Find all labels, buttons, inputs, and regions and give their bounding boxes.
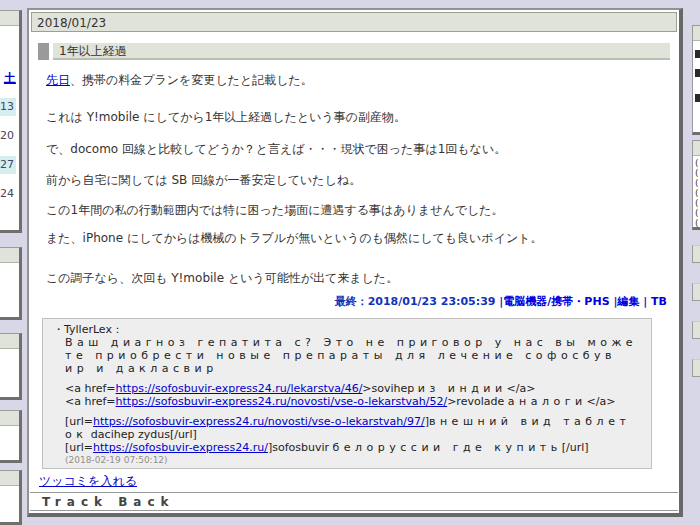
comment-link-line: [url=https://sofosbuvir-express24.ru/]so… bbox=[65, 441, 645, 454]
comment-text-fragment: [/url] bbox=[562, 441, 589, 454]
edit-link[interactable]: 編集 bbox=[617, 295, 639, 308]
clipped-text-fragment bbox=[695, 50, 700, 58]
sidebar-widget-header bbox=[0, 411, 19, 426]
calendar-day-header-link[interactable]: 土 bbox=[4, 70, 16, 87]
title-bullet-square bbox=[38, 43, 49, 60]
add-comment-row: ツッコミを入れる bbox=[39, 475, 679, 488]
comment-text-fragment: из индии bbox=[418, 382, 507, 395]
entry-paragraph: この調子なら、次回も Y!mobile という可能性が出て来ました。 bbox=[46, 271, 679, 285]
sidebar-collapsed-widget bbox=[692, 245, 700, 263]
sidebar-widget bbox=[0, 410, 22, 463]
senjitsu-link[interactable]: 先日 bbox=[46, 73, 70, 87]
calendar-date-27[interactable]: 27 bbox=[0, 156, 16, 174]
entry-paragraph: 先日、携帯の料金プランを変更したと記載した。 bbox=[46, 73, 679, 87]
comment-author-line: ・TyllerLex： bbox=[53, 324, 645, 336]
clipped-list-item: ( bbox=[695, 178, 700, 188]
comment-author: TyllerLex： bbox=[64, 323, 123, 336]
meta-separator: | bbox=[639, 295, 651, 308]
comment-body: Ваш диагноз гепатита с? Это не приговор … bbox=[65, 336, 645, 454]
calendar-date-13[interactable]: 13 bbox=[0, 98, 16, 116]
category-link[interactable]: 電脳機器/携帯・PHS bbox=[503, 295, 609, 308]
sidebar-widget bbox=[0, 470, 22, 525]
sidebar-collapsed-widget bbox=[692, 321, 700, 339]
comment-text-line: ир и дакласвир bbox=[65, 362, 645, 375]
comment-text-fragment: </a> bbox=[587, 395, 616, 408]
sidebar-widget-header bbox=[0, 248, 19, 263]
entry-paragraph-text: 、携帯の料金プランを変更したと記載した。 bbox=[70, 73, 313, 87]
calendar-saturday-column: 土 13 20 27 24 bbox=[0, 26, 19, 203]
comment-text-fragment: dacihep zydus[/url] bbox=[87, 428, 196, 441]
entry-meta-line: 最終：2018/01/23 23:05:39 |電脳機器/携帯・PHS |編集 … bbox=[29, 294, 667, 309]
comment-timestamp: (2018-02-19 07:50:12) bbox=[65, 455, 645, 465]
spam-url-link[interactable]: https://sofosbuvir-express24.ru/novosti/… bbox=[93, 415, 425, 428]
clipped-text-fragment bbox=[695, 94, 700, 102]
comment-text-fragment: [url= bbox=[65, 441, 93, 454]
clipped-list-item: ( bbox=[695, 188, 700, 198]
sidebar-widget bbox=[0, 247, 22, 320]
comment-text-fragment: ок bbox=[65, 428, 87, 441]
add-comment-link[interactable]: ツッコミを入れる bbox=[39, 474, 137, 488]
comment-link-line: <a href=https://sofosbuvir-express24.ru/… bbox=[65, 382, 645, 395]
calendar-widget-header bbox=[0, 11, 19, 26]
entry-title: 1年以上経過 bbox=[53, 43, 670, 60]
comment-text-fragment: аналоги bbox=[508, 395, 587, 408]
calendar-date-20[interactable]: 20 bbox=[0, 127, 16, 145]
spam-url-link[interactable]: https://sofosbuvir-express24.ru/novosti/… bbox=[116, 395, 448, 408]
entry-paragraph: この1年間の私の行動範囲内では特に困った場面に遭遇する事はありませんでした。 bbox=[46, 203, 679, 217]
clipped-list-item: ( bbox=[695, 198, 700, 208]
comment-link-line: ок dacihep zydus[/url] bbox=[65, 428, 645, 441]
clipped-list-item: ( bbox=[695, 168, 700, 178]
clipped-text-fragment bbox=[695, 69, 700, 77]
comment-link-line: <a href=https://sofosbuvir-express24.ru/… bbox=[65, 395, 645, 408]
entry-paragraph: これは Y!mobile にしてから1年以上経過したという事の副産物。 bbox=[46, 110, 679, 124]
comment-text-fragment: </a> bbox=[507, 382, 536, 395]
sidebar-widget-header bbox=[693, 141, 700, 156]
sidebar-widget: ( ( ( ( ( ( ( bbox=[692, 140, 700, 230]
sidebar-widget bbox=[692, 25, 700, 135]
comment-text-fragment: <a href= bbox=[65, 395, 116, 408]
sidebar-widget-header bbox=[0, 471, 19, 486]
entry-body: 先日、携帯の料金プランを変更したと記載した。 これは Y!mobile にしてか… bbox=[46, 73, 679, 285]
sidebar-collapsed-widget bbox=[692, 283, 700, 301]
comment-text-fragment: белоруссии где купить bbox=[333, 441, 562, 454]
trackback-section-header: Track Back bbox=[30, 492, 678, 511]
comment-text-fragment: <a href= bbox=[65, 382, 116, 395]
entry-date-bar: 2018/01/23 bbox=[31, 12, 677, 32]
comment-text-fragment: внешний вид таблет bbox=[429, 415, 630, 428]
comment-link-line: [url=https://sofosbuvir-express24.ru/nov… bbox=[65, 415, 645, 428]
sidebar-collapsed-widget bbox=[692, 359, 700, 377]
sidebar-widget-header bbox=[0, 334, 19, 349]
clipped-list-item: ( bbox=[695, 208, 700, 218]
comment-text-fragment: >sovihep bbox=[362, 382, 417, 395]
comment-bullet: ・ bbox=[53, 323, 64, 336]
sidebar-widget bbox=[0, 333, 22, 400]
clipped-list-item: ( bbox=[695, 158, 700, 168]
clipped-list-item: ( bbox=[695, 218, 700, 228]
comment-text-fragment: >revolade bbox=[447, 395, 508, 408]
comment-text-fragment: ]sofosbuvir bbox=[268, 441, 333, 454]
last-updated-timestamp: 最終：2018/01/23 23:05:39 bbox=[335, 295, 500, 308]
spam-url-link[interactable]: https://sofosbuvir-express24.ru/lekarstv… bbox=[116, 382, 363, 395]
calendar-date-24[interactable]: 24 bbox=[0, 185, 16, 203]
comment-text-fragment: [url= bbox=[65, 415, 93, 428]
trackback-count-link[interactable]: TB bbox=[651, 295, 667, 308]
entry-title-row: 1年以上経過 bbox=[38, 43, 670, 60]
sidebar-widget-header bbox=[693, 26, 700, 41]
sidebar-calendar-widget: 土 13 20 27 24 bbox=[0, 10, 22, 233]
comment-box: ・TyllerLex： Ваш диагноз гепатита с? Это … bbox=[42, 318, 652, 469]
sidebar-link-list: ( ( ( ( ( ( ( bbox=[693, 156, 700, 228]
diary-main-panel: 2018/01/23 1年以上経過 先日、携帯の料金プランを変更したと記載した。… bbox=[27, 8, 683, 517]
entry-paragraph: また、iPhone にしてからは機械のトラブルが無いというのも偶然にしても良いポ… bbox=[46, 231, 679, 245]
comment-text-line: Ваш диагноз гепатита с? Это не приговор … bbox=[65, 336, 645, 349]
spam-url-link[interactable]: https://sofosbuvir-express24.ru/ bbox=[93, 441, 268, 454]
entry-paragraph: 前から自宅に関しては SB 回線が一番安定していたしね。 bbox=[46, 173, 679, 187]
entry-paragraph: で、docomo 回線と比較してどうか？と言えば・・・現状で困った事は1回もない… bbox=[46, 142, 679, 156]
comment-text-line: те приобрести новые препараты для лечени… bbox=[65, 349, 645, 362]
